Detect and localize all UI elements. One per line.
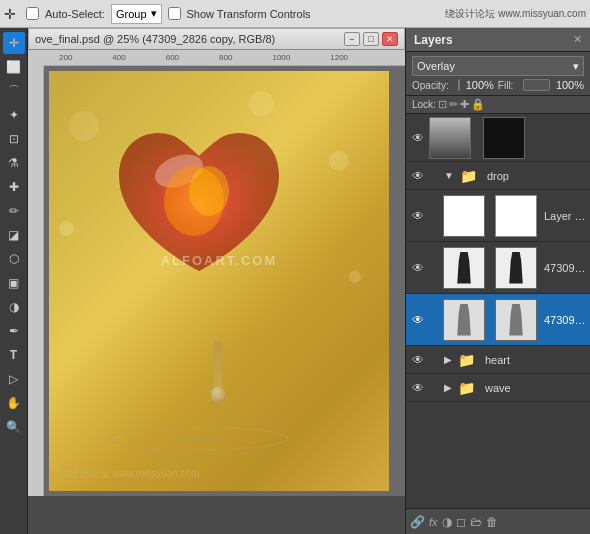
tool-eraser[interactable]: ⬡ [3,248,25,270]
bokeh-2 [329,151,349,171]
minimize-button[interactable]: − [344,32,360,46]
opacity-row: Opacity: 100% Fill: 100% [412,79,584,91]
rulers-row: 200 400 600 800 1000 1200 [28,50,405,66]
canvas-body[interactable]: ALFOART.COM 绕设计论坛 www.missyuan.com [44,66,405,496]
drop-group-arrow[interactable]: ▼ [444,170,454,181]
vase-grey-mask-shape [504,304,528,336]
tool-brush[interactable]: ✏ [3,200,25,222]
ruler-horizontal: 200 400 600 800 1000 1200 [44,50,405,66]
eye-icon-wave[interactable]: 👁 [410,380,426,396]
wave-group-name: wave [481,382,586,394]
transform-checkbox[interactable] [168,7,181,20]
content-area: ove_final.psd @ 25% (47309_2826 copy, RG… [28,28,405,534]
tool-type[interactable]: T [3,344,25,366]
tool-magic-wand[interactable]: ✦ [3,104,25,126]
lock-position-icon[interactable]: ✚ [460,98,469,111]
lock-transparent-icon[interactable]: ⊡ [438,98,447,111]
drop-stem [214,341,222,391]
layer13copy-row[interactable]: 👁 Layer 13 copy [406,190,590,242]
eye-icon-layer13[interactable]: 👁 [410,208,426,224]
47309-2-row[interactable]: 👁 47309_2... [406,294,590,346]
layer13copy-name: Layer 13 copy [540,210,586,222]
group-dropdown[interactable]: Group ▾ [111,4,162,24]
fx-icon[interactable]: fx [429,516,438,528]
canvas-inner: ALFOART.COM 绕设计论坛 www.missyuan.com [28,66,405,496]
eye-icon-47309[interactable]: 👁 [410,260,426,276]
folder-icon-wave: 📁 [458,380,475,396]
tool-move[interactable]: ✛ [3,32,25,54]
layers-list[interactable]: 👁 👁 ▼ 📁 drop 👁 Layer 13 copy [406,114,590,508]
fill-label: Fill: [498,80,520,91]
fill-value[interactable]: 100% [554,79,584,91]
bokeh-5 [349,271,361,283]
opacity-slider[interactable] [458,79,460,91]
47309-2826-row[interactable]: 👁 47309_2826... [406,242,590,294]
transform-label: Show Transform Controls [187,8,311,20]
layers-close-button[interactable]: ✕ [573,33,582,46]
folder-icon-drop: 📁 [460,168,477,184]
lock-label: Lock: [412,99,436,110]
tool-lasso[interactable]: ⌒ [3,80,25,102]
restore-button[interactable]: □ [363,32,379,46]
move-tool-icon[interactable]: ✛ [4,6,16,22]
47309-thumb-mask [495,247,537,289]
tool-marquee[interactable]: ⬜ [3,56,25,78]
ruler-corner [28,50,44,66]
drop-group-name: drop [483,170,586,182]
autoselect-label: Auto-Select: [45,8,105,20]
svg-point-2 [189,166,229,216]
adjustment-icon[interactable]: ◑ [442,515,452,529]
heart-svg [99,101,299,301]
heart-group-name: heart [481,354,586,366]
autoselect-checkbox[interactable] [26,7,39,20]
47309-thumb-main [443,247,485,289]
wave-group-row[interactable]: 👁 ▶ 📁 wave [406,374,590,402]
link-layers-icon[interactable]: 🔗 [410,515,425,529]
tool-zoom[interactable]: 🔍 [3,416,25,438]
delete-layer-icon[interactable]: 🗑 [486,515,498,529]
lock-all-icon[interactable]: 🔒 [471,98,485,111]
eye-icon-top[interactable]: 👁 [410,130,426,146]
new-layer-icon[interactable]: 🗁 [470,515,482,529]
folder-icon-heart: 📁 [458,352,475,368]
tool-gradient[interactable]: ▣ [3,272,25,294]
eye-icon-heart[interactable]: 👁 [410,352,426,368]
layers-bottom-toolbar: 🔗 fx ◑ ◻ 🗁 🗑 [406,508,590,534]
tool-heal[interactable]: ✚ [3,176,25,198]
eye-icon-drop[interactable]: 👁 [410,168,426,184]
canvas-watermark: ALFOART.COM [161,253,278,268]
bokeh-3 [59,221,74,236]
lock-image-icon[interactable]: ✏ [449,98,458,111]
canvas-title: ove_final.psd @ 25% (47309_2826 copy, RG… [35,33,344,45]
blend-mode-dropdown[interactable]: Overlay ▾ [412,56,584,76]
opacity-label: Opacity: [412,80,454,91]
layers-title: Layers [414,33,453,47]
drop-group-row[interactable]: 👁 ▼ 📁 drop [406,162,590,190]
tool-dodge[interactable]: ◑ [3,296,25,318]
vase-black-shape [452,252,476,284]
lock-row: Lock: ⊡ ✏ ✚ 🔒 [406,96,590,114]
layer-thumb-black [483,117,525,159]
top-layer-row[interactable]: 👁 [406,114,590,162]
47309-2-thumb-main [443,299,485,341]
fill-slider[interactable] [523,79,549,91]
eye-icon-47309-2[interactable]: 👁 [410,312,426,328]
top-toolbar: ✛ Auto-Select: Group ▾ Show Transform Co… [0,0,590,28]
wave-group-arrow[interactable]: ▶ [444,382,452,393]
group-layers-icon[interactable]: ◻ [456,515,466,529]
tool-clone[interactable]: ◪ [3,224,25,246]
heart-group-arrow[interactable]: ▶ [444,354,452,365]
close-button[interactable]: ✕ [382,32,398,46]
layers-panel: Layers ✕ Overlay ▾ Opacity: 100% Fill: 1… [405,28,590,534]
layer-thumb-gradient [429,117,471,159]
tool-crop[interactable]: ⊡ [3,128,25,150]
tool-hand[interactable]: ✋ [3,392,25,414]
tool-eyedropper[interactable]: ⚗ [3,152,25,174]
canvas-titlebar: ove_final.psd @ 25% (47309_2826 copy, RG… [28,28,405,50]
tool-pen[interactable]: ✒ [3,320,25,342]
heart-group-row[interactable]: 👁 ▶ 📁 heart [406,346,590,374]
ruler-ticks: 200 400 600 800 1000 1200 [54,53,348,62]
tool-path[interactable]: ▷ [3,368,25,390]
opacity-value[interactable]: 100% [464,79,494,91]
tools-panel: ✛ ⬜ ⌒ ✦ ⊡ ⚗ ✚ ✏ ◪ ⬡ ▣ ◑ ✒ T ▷ ✋ 🔍 [0,28,28,534]
